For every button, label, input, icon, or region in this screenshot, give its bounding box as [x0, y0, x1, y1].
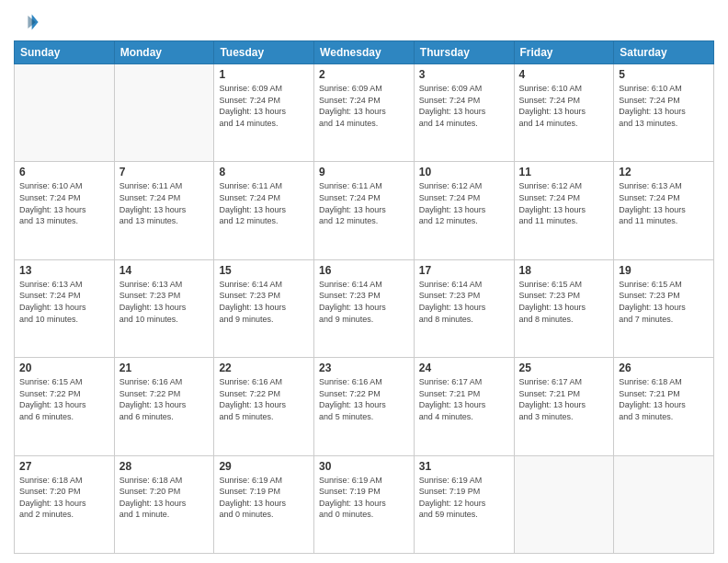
calendar-cell: 24Sunrise: 6:17 AM Sunset: 7:21 PM Dayli… — [414, 358, 514, 455]
day-info: Sunrise: 6:09 AM Sunset: 7:24 PM Dayligh… — [419, 83, 509, 129]
calendar-cell: 31Sunrise: 6:19 AM Sunset: 7:19 PM Dayli… — [414, 455, 514, 553]
day-info: Sunrise: 6:14 AM Sunset: 7:23 PM Dayligh… — [219, 279, 309, 325]
logo-icon — [14, 9, 40, 35]
calendar-cell: 25Sunrise: 6:17 AM Sunset: 7:21 PM Dayli… — [514, 358, 614, 455]
day-info: Sunrise: 6:17 AM Sunset: 7:21 PM Dayligh… — [519, 376, 609, 422]
day-info: Sunrise: 6:19 AM Sunset: 7:19 PM Dayligh… — [319, 475, 409, 521]
day-info: Sunrise: 6:11 AM Sunset: 7:24 PM Dayligh… — [319, 180, 409, 226]
calendar-cell: 21Sunrise: 6:16 AM Sunset: 7:22 PM Dayli… — [114, 358, 214, 455]
day-number: 11 — [519, 166, 609, 178]
day-number: 29 — [219, 460, 309, 473]
day-number: 1 — [219, 68, 309, 81]
calendar-cell: 4Sunrise: 6:10 AM Sunset: 7:24 PM Daylig… — [514, 64, 614, 162]
weekday-header-saturday: Saturday — [614, 41, 714, 64]
day-info: Sunrise: 6:16 AM Sunset: 7:22 PM Dayligh… — [319, 376, 409, 422]
day-number: 14 — [119, 264, 210, 277]
day-number: 4 — [519, 68, 609, 81]
calendar-cell: 17Sunrise: 6:14 AM Sunset: 7:23 PM Dayli… — [414, 259, 514, 357]
day-number: 25 — [519, 362, 609, 374]
svg-marker-1 — [28, 16, 35, 29]
calendar-cell — [114, 64, 214, 162]
day-number: 19 — [619, 264, 709, 277]
day-info: Sunrise: 6:15 AM Sunset: 7:23 PM Dayligh… — [619, 279, 709, 325]
day-number: 27 — [19, 460, 109, 473]
calendar-cell: 20Sunrise: 6:15 AM Sunset: 7:22 PM Dayli… — [15, 358, 115, 455]
day-number: 26 — [619, 362, 709, 374]
weekday-header-friday: Friday — [514, 41, 614, 64]
week-row-1: 1Sunrise: 6:09 AM Sunset: 7:24 PM Daylig… — [15, 64, 714, 162]
weekday-header-row: SundayMondayTuesdayWednesdayThursdayFrid… — [15, 41, 714, 64]
day-info: Sunrise: 6:10 AM Sunset: 7:24 PM Dayligh… — [619, 83, 709, 129]
calendar-cell: 19Sunrise: 6:15 AM Sunset: 7:23 PM Dayli… — [614, 259, 714, 357]
calendar-cell — [15, 64, 115, 162]
day-info: Sunrise: 6:10 AM Sunset: 7:24 PM Dayligh… — [519, 83, 609, 129]
calendar-cell: 27Sunrise: 6:18 AM Sunset: 7:20 PM Dayli… — [15, 455, 115, 553]
weekday-header-monday: Monday — [114, 41, 214, 64]
day-number: 17 — [419, 264, 509, 277]
day-info: Sunrise: 6:11 AM Sunset: 7:24 PM Dayligh… — [119, 180, 210, 226]
day-number: 20 — [19, 362, 109, 374]
weekday-header-wednesday: Wednesday — [314, 41, 415, 64]
calendar-cell: 7Sunrise: 6:11 AM Sunset: 7:24 PM Daylig… — [114, 162, 214, 259]
calendar-cell: 16Sunrise: 6:14 AM Sunset: 7:23 PM Dayli… — [314, 259, 415, 357]
calendar-cell: 29Sunrise: 6:19 AM Sunset: 7:19 PM Dayli… — [214, 455, 314, 553]
day-number: 12 — [619, 166, 709, 178]
day-number: 31 — [419, 460, 509, 473]
day-info: Sunrise: 6:13 AM Sunset: 7:24 PM Dayligh… — [19, 279, 109, 325]
day-info: Sunrise: 6:15 AM Sunset: 7:22 PM Dayligh… — [19, 376, 109, 422]
day-info: Sunrise: 6:16 AM Sunset: 7:22 PM Dayligh… — [119, 376, 210, 422]
day-info: Sunrise: 6:19 AM Sunset: 7:19 PM Dayligh… — [419, 475, 509, 521]
day-number: 15 — [219, 264, 309, 277]
week-row-4: 20Sunrise: 6:15 AM Sunset: 7:22 PM Dayli… — [15, 358, 714, 455]
day-info: Sunrise: 6:13 AM Sunset: 7:23 PM Dayligh… — [119, 279, 210, 325]
calendar-cell — [514, 455, 614, 553]
calendar-cell: 9Sunrise: 6:11 AM Sunset: 7:24 PM Daylig… — [314, 162, 415, 259]
day-info: Sunrise: 6:18 AM Sunset: 7:20 PM Dayligh… — [19, 475, 109, 521]
day-info: Sunrise: 6:09 AM Sunset: 7:24 PM Dayligh… — [319, 83, 409, 129]
day-number: 3 — [419, 68, 509, 81]
day-info: Sunrise: 6:19 AM Sunset: 7:19 PM Dayligh… — [219, 475, 309, 521]
calendar-cell: 10Sunrise: 6:12 AM Sunset: 7:24 PM Dayli… — [414, 162, 514, 259]
calendar-cell: 5Sunrise: 6:10 AM Sunset: 7:24 PM Daylig… — [614, 64, 714, 162]
day-number: 28 — [119, 460, 210, 473]
day-number: 6 — [19, 166, 109, 178]
calendar-cell: 1Sunrise: 6:09 AM Sunset: 7:24 PM Daylig… — [214, 64, 314, 162]
calendar-cell: 15Sunrise: 6:14 AM Sunset: 7:23 PM Dayli… — [214, 259, 314, 357]
day-info: Sunrise: 6:12 AM Sunset: 7:24 PM Dayligh… — [519, 180, 609, 226]
calendar-cell: 28Sunrise: 6:18 AM Sunset: 7:20 PM Dayli… — [114, 455, 214, 553]
calendar-cell: 3Sunrise: 6:09 AM Sunset: 7:24 PM Daylig… — [414, 64, 514, 162]
day-info: Sunrise: 6:16 AM Sunset: 7:22 PM Dayligh… — [219, 376, 309, 422]
day-info: Sunrise: 6:12 AM Sunset: 7:24 PM Dayligh… — [419, 180, 509, 226]
day-info: Sunrise: 6:15 AM Sunset: 7:23 PM Dayligh… — [519, 279, 609, 325]
day-info: Sunrise: 6:18 AM Sunset: 7:21 PM Dayligh… — [619, 376, 709, 422]
day-info: Sunrise: 6:13 AM Sunset: 7:24 PM Dayligh… — [619, 180, 709, 226]
day-info: Sunrise: 6:18 AM Sunset: 7:20 PM Dayligh… — [119, 475, 210, 521]
calendar-cell: 13Sunrise: 6:13 AM Sunset: 7:24 PM Dayli… — [15, 259, 115, 357]
calendar-cell — [614, 455, 714, 553]
calendar-cell: 6Sunrise: 6:10 AM Sunset: 7:24 PM Daylig… — [15, 162, 115, 259]
day-number: 2 — [319, 68, 409, 81]
day-info: Sunrise: 6:09 AM Sunset: 7:24 PM Dayligh… — [219, 83, 309, 129]
weekday-header-thursday: Thursday — [414, 41, 514, 64]
calendar-cell: 8Sunrise: 6:11 AM Sunset: 7:24 PM Daylig… — [214, 162, 314, 259]
day-number: 24 — [419, 362, 509, 374]
day-number: 7 — [119, 166, 210, 178]
day-info: Sunrise: 6:11 AM Sunset: 7:24 PM Dayligh… — [219, 180, 309, 226]
weekday-header-sunday: Sunday — [15, 41, 115, 64]
page: SundayMondayTuesdayWednesdayThursdayFrid… — [0, 0, 728, 563]
header — [14, 9, 714, 35]
calendar-cell: 11Sunrise: 6:12 AM Sunset: 7:24 PM Dayli… — [514, 162, 614, 259]
day-info: Sunrise: 6:14 AM Sunset: 7:23 PM Dayligh… — [419, 279, 509, 325]
day-number: 8 — [219, 166, 309, 178]
day-number: 18 — [519, 264, 609, 277]
day-number: 23 — [319, 362, 409, 374]
day-number: 22 — [219, 362, 309, 374]
day-info: Sunrise: 6:14 AM Sunset: 7:23 PM Dayligh… — [319, 279, 409, 325]
day-number: 5 — [619, 68, 709, 81]
calendar-table: SundayMondayTuesdayWednesdayThursdayFrid… — [14, 40, 714, 554]
calendar-cell: 30Sunrise: 6:19 AM Sunset: 7:19 PM Dayli… — [314, 455, 415, 553]
logo — [14, 9, 43, 35]
day-number: 13 — [19, 264, 109, 277]
day-info: Sunrise: 6:10 AM Sunset: 7:24 PM Dayligh… — [19, 180, 109, 226]
calendar-cell: 22Sunrise: 6:16 AM Sunset: 7:22 PM Dayli… — [214, 358, 314, 455]
